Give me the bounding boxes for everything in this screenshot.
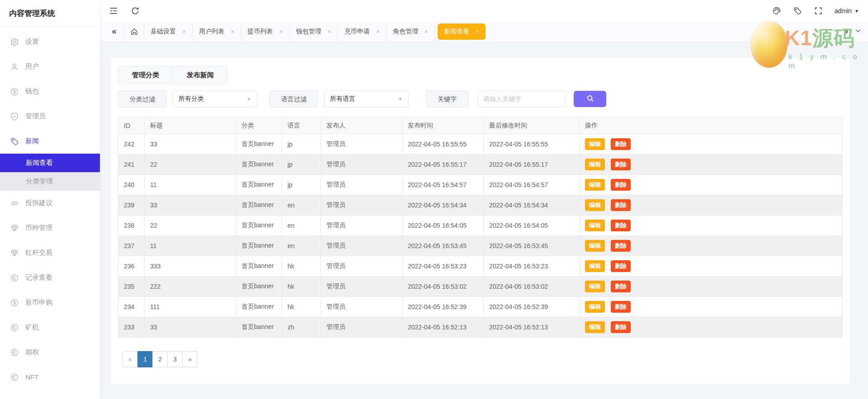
close-icon[interactable]: × xyxy=(279,28,283,35)
delete-button[interactable]: 删除 xyxy=(611,321,631,333)
tabs-menu-icon[interactable] xyxy=(854,27,862,36)
cell-language: jp xyxy=(282,155,321,175)
tab[interactable]: 基础设置 × xyxy=(144,22,193,42)
page-button[interactable]: « xyxy=(123,351,138,367)
delete-button[interactable]: 删除 xyxy=(611,138,631,150)
tag-icon[interactable] xyxy=(793,6,802,15)
table-row: 241 22 首页banner jp 管理员 2022-04-05 16:55:… xyxy=(118,155,843,175)
edit-button[interactable]: 编辑 xyxy=(585,159,605,170)
tab[interactable]: 提币列表 × xyxy=(241,22,289,42)
page-button[interactable]: » xyxy=(182,351,198,367)
close-icon[interactable]: × xyxy=(376,28,380,35)
palette-icon[interactable] xyxy=(772,6,781,15)
cell-title: 11 xyxy=(145,175,236,195)
news-card: 管理分类 发布新闻 分类过滤 所有分类 ▼ 语言过滤 所有语言 ▼ xyxy=(111,58,850,384)
cell-actions: 编辑 删除 xyxy=(580,216,843,236)
sidebar-item[interactable]: 新闻 xyxy=(0,129,100,154)
page-button[interactable]: 1 xyxy=(137,351,153,367)
search-button[interactable] xyxy=(574,91,606,107)
sidebar-item[interactable]: 矿机 xyxy=(0,315,100,340)
tab[interactable]: 用户列表 × xyxy=(193,22,241,42)
cell-publisher: 管理员 xyxy=(321,195,402,216)
category-filter-label: 分类过滤 xyxy=(118,90,167,108)
cell-id: 234 xyxy=(118,297,145,317)
language-select[interactable]: 所有语言 ▼ xyxy=(324,90,409,108)
edit-button[interactable]: 编辑 xyxy=(585,220,605,231)
app-title: 内容管理系统 xyxy=(0,0,100,27)
category-select[interactable]: 所有分类 ▼ xyxy=(173,90,257,108)
edit-button[interactable]: 编辑 xyxy=(585,240,605,252)
publish-news-button[interactable]: 发布新闻 xyxy=(173,66,228,84)
user-menu[interactable]: admin ▼ xyxy=(835,7,859,14)
tabs-scroll-right[interactable]: » xyxy=(844,27,848,36)
cell-title: 222 xyxy=(145,277,236,297)
cell-publish-time: 2022-04-05 16:53:45 xyxy=(402,236,484,256)
euro-circle-icon xyxy=(10,348,19,357)
tabs-scroll-left[interactable]: « xyxy=(104,22,124,42)
sidebar-item[interactable]: 期权 xyxy=(0,340,100,365)
sidebar-item[interactable]: 新闻查看 xyxy=(0,154,100,172)
delete-button[interactable]: 删除 xyxy=(611,240,631,252)
cell-language: zh xyxy=(282,317,321,338)
gear-icon xyxy=(10,38,19,47)
close-icon[interactable]: × xyxy=(231,28,234,35)
close-icon[interactable]: × xyxy=(476,28,479,35)
tab[interactable]: 新闻查看 × xyxy=(438,23,486,40)
edit-button[interactable]: 编辑 xyxy=(585,138,605,150)
close-icon[interactable]: × xyxy=(425,28,428,35)
menu-fold-icon[interactable] xyxy=(109,6,118,15)
refresh-icon[interactable] xyxy=(131,6,140,15)
page-button[interactable]: 2 xyxy=(152,351,168,367)
sidebar-item[interactable]: 钱包 xyxy=(0,79,100,104)
home-icon[interactable] xyxy=(124,22,144,42)
sidebar-item[interactable]: 分类管理 xyxy=(0,172,100,191)
edit-button[interactable]: 编辑 xyxy=(585,179,605,191)
close-icon[interactable]: × xyxy=(328,28,331,35)
sidebar-item[interactable]: 币种管理 xyxy=(0,216,100,240)
keyword-input[interactable] xyxy=(477,90,566,108)
sidebar-item[interactable]: 设置 xyxy=(0,29,100,54)
edit-button[interactable]: 编辑 xyxy=(585,260,605,272)
delete-button[interactable]: 删除 xyxy=(611,260,631,272)
table-row: 234 111 首页banner hk 管理员 2022-04-05 16:52… xyxy=(118,297,843,317)
edit-button[interactable]: 编辑 xyxy=(585,301,605,313)
sidebar-item-label: 用户 xyxy=(25,62,39,71)
manage-category-button[interactable]: 管理分类 xyxy=(118,66,173,84)
close-icon[interactable]: × xyxy=(182,28,186,35)
edit-button[interactable]: 编辑 xyxy=(585,199,605,211)
cell-modify-time: 2022-04-05 16:54:05 xyxy=(484,216,580,236)
cell-id: 237 xyxy=(118,236,145,256)
sidebar-item[interactable]: 新币申购 xyxy=(0,290,100,315)
cell-id: 242 xyxy=(118,134,145,155)
tab[interactable]: 充币申请 × xyxy=(338,22,387,42)
cell-publish-time: 2022-04-05 16:55:55 xyxy=(402,134,484,155)
sidebar-item[interactable]: 杠杆交易 xyxy=(0,240,100,265)
sidebar-item[interactable]: 用户 xyxy=(0,54,100,79)
cell-title: 33 xyxy=(145,195,236,216)
sidebar-item[interactable]: 记录查看 xyxy=(0,265,100,290)
filter-bar: 分类过滤 所有分类 ▼ 语言过滤 所有语言 ▼ 关键字 xyxy=(118,90,843,108)
column-header: 发布人 xyxy=(321,117,402,134)
fullscreen-icon[interactable] xyxy=(814,6,823,15)
cell-title: 11 xyxy=(145,236,236,256)
page-button[interactable]: 3 xyxy=(167,351,183,367)
sidebar-item[interactable]: 管理员 xyxy=(0,104,100,129)
cell-publish-time: 2022-04-05 16:54:34 xyxy=(402,195,484,216)
delete-button[interactable]: 删除 xyxy=(611,159,631,170)
delete-button[interactable]: 删除 xyxy=(611,179,631,191)
sidebar: 内容管理系统 设置 用户 钱包 管理员 xyxy=(0,0,100,399)
sidebar-item[interactable]: NFT xyxy=(0,365,100,390)
edit-button[interactable]: 编辑 xyxy=(585,321,605,333)
sidebar-menu: 设置 用户 钱包 管理员 新闻 xyxy=(0,27,100,390)
delete-button[interactable]: 删除 xyxy=(611,281,631,292)
cell-title: 22 xyxy=(145,216,236,236)
delete-button[interactable]: 删除 xyxy=(611,199,631,211)
tab[interactable]: 钱包管理 × xyxy=(290,22,338,42)
edit-button[interactable]: 编辑 xyxy=(585,281,605,292)
table-row: 237 11 首页banner en 管理员 2022-04-05 16:53:… xyxy=(118,236,843,256)
sidebar-item-label: 投拆建议 xyxy=(25,199,52,207)
delete-button[interactable]: 删除 xyxy=(611,220,631,231)
sidebar-item[interactable]: 投拆建议 xyxy=(0,191,100,216)
delete-button[interactable]: 删除 xyxy=(611,301,631,313)
tab[interactable]: 角色管理 × xyxy=(387,22,435,42)
